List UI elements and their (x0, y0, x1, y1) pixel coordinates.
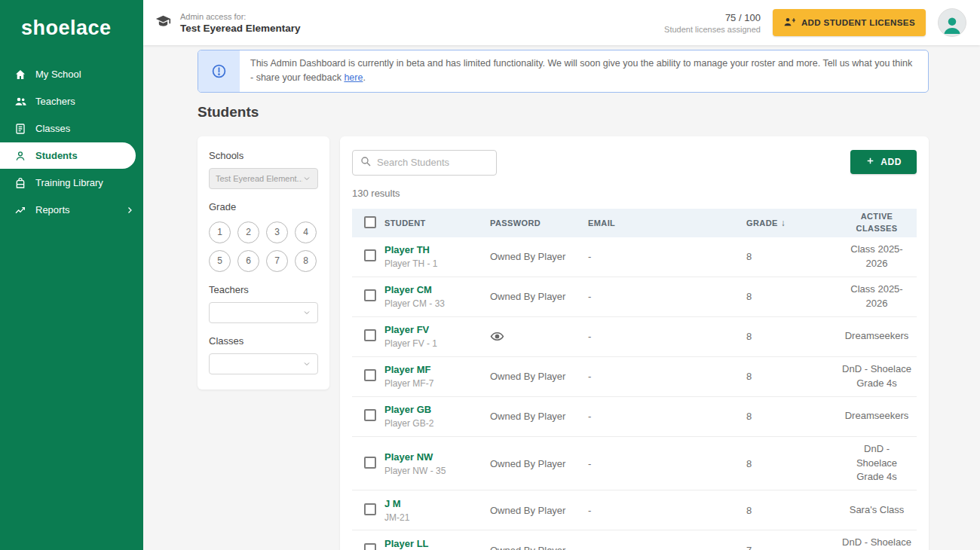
eye-icon[interactable] (490, 329, 588, 344)
sidebar-item-students[interactable]: Students (0, 142, 136, 169)
email-cell: - (588, 371, 746, 382)
reports-icon (14, 204, 27, 216)
grade-cell: 8 (746, 505, 837, 516)
grade-filter-label: Grade (209, 201, 318, 212)
student-name-link[interactable]: Player MF (384, 364, 430, 375)
email-cell: - (588, 458, 746, 469)
classes-cell: Dreamseekers (837, 409, 917, 423)
sidebar-item-reports[interactable]: Reports (0, 197, 143, 223)
col-header-active-classes[interactable]: ACTIVE CLASSES (837, 211, 917, 235)
students-results-panel: ADD 130 results STUDENT PASSWORD EMAIL G… (340, 136, 929, 550)
col-header-student[interactable]: STUDENT (384, 218, 490, 228)
person-plus-icon (783, 16, 795, 29)
email-cell: - (588, 505, 746, 516)
row-checkbox[interactable] (364, 329, 376, 341)
beta-banner-text: This Admin Dashboard is currently in bet… (240, 50, 928, 92)
email-cell: - (588, 545, 746, 550)
password-cell: Owned By Player (490, 251, 588, 262)
classes-select[interactable] (209, 353, 318, 374)
training-library-icon (14, 177, 27, 189)
licenses-status: 75 / 100 Student licenses assigned (664, 12, 761, 34)
feedback-link[interactable]: here (344, 72, 363, 83)
student-username: Player TH - 1 (384, 258, 490, 269)
password-cell: Owned By Player (490, 545, 588, 550)
sidebar-item-classes[interactable]: Classes (0, 115, 143, 142)
classes-cell: Class 2025-2026 (837, 283, 917, 311)
avatar-person-icon (941, 14, 963, 36)
classes-cell: Class 2025-2026 (837, 243, 917, 271)
teachers-select[interactable] (209, 302, 318, 323)
grade-cell: 8 (746, 291, 837, 302)
grade-button-8[interactable]: 8 (295, 250, 317, 272)
user-avatar[interactable] (938, 8, 966, 37)
student-name-link[interactable]: Player NW (384, 451, 433, 463)
grade-buttons: 1 2 3 4 5 6 7 8 (209, 222, 318, 272)
row-checkbox[interactable] (364, 457, 376, 469)
student-name-link[interactable]: Player LL (384, 538, 429, 549)
chevron-down-icon (302, 308, 311, 317)
grade-button-7[interactable]: 7 (266, 250, 288, 272)
student-username: Player GB-2 (384, 418, 490, 429)
grade-button-1[interactable]: 1 (209, 222, 231, 243)
sidebar-item-label: Classes (35, 123, 70, 134)
schools-select[interactable]: Test Eyeread Element... (209, 168, 318, 189)
table-row: Player TH Player TH - 1 Owned By Player … (352, 237, 917, 277)
banner-suffix: . (363, 72, 365, 83)
student-name-link[interactable]: Player FV (384, 324, 429, 335)
schools-filter-label: Schools (209, 150, 318, 161)
add-button-label: ADD (880, 157, 902, 167)
row-checkbox[interactable] (364, 409, 376, 421)
school-name: Test Eyeread Elementary (180, 23, 301, 34)
home-icon (14, 69, 27, 81)
grade-button-5[interactable]: 5 (209, 250, 231, 272)
sort-descending-icon: ↓ (781, 218, 786, 228)
classes-cell: Dreamseekers (837, 329, 917, 344)
main-content: This Admin Dashboard is currently in bet… (143, 45, 980, 550)
row-checkbox[interactable] (364, 249, 376, 261)
add-student-licenses-label: ADD STUDENT LICENSES (801, 18, 915, 27)
row-checkbox[interactable] (364, 369, 376, 381)
col-header-email[interactable]: EMAIL (588, 218, 746, 228)
grade-button-3[interactable]: 3 (266, 222, 288, 243)
results-count: 130 results (352, 188, 917, 199)
sidebar-item-teachers[interactable]: Teachers (0, 88, 143, 115)
student-name-link[interactable]: Player CM (384, 284, 432, 295)
sidebar-item-label: Reports (35, 204, 70, 215)
add-student-licenses-button[interactable]: ADD STUDENT LICENSES (773, 9, 926, 36)
student-name-link[interactable]: Player GB (384, 404, 431, 415)
student-name-link[interactable]: Player TH (384, 244, 430, 255)
sidebar-item-my-school[interactable]: My School (0, 61, 143, 87)
licenses-label: Student licenses assigned (664, 25, 761, 34)
grade-cell: 8 (746, 251, 837, 262)
table-row: Player GB Player GB-2 Owned By Player - … (352, 397, 917, 437)
table-row: J M JM-21 Owned By Player - 8 Sara's Cla… (352, 490, 917, 530)
licenses-count: 75 / 100 (664, 12, 761, 23)
sidebar-nav: My School Teachers Classes Students Trai (0, 61, 143, 223)
grade-button-4[interactable]: 4 (295, 222, 317, 243)
col-header-password[interactable]: PASSWORD (490, 218, 588, 228)
graduation-cap-icon (155, 14, 171, 32)
classes-cell: DnD - Shoelace Grade 4s (837, 362, 917, 391)
student-name-link[interactable]: J M (384, 498, 401, 509)
col-header-grade[interactable]: GRADE↓ (746, 218, 837, 228)
add-student-button[interactable]: ADD (850, 150, 917, 174)
row-checkbox[interactable] (364, 503, 376, 515)
grade-button-2[interactable]: 2 (237, 222, 259, 243)
grade-cell: 7 (746, 545, 837, 550)
search-input[interactable] (377, 157, 489, 168)
chevron-down-icon (302, 174, 311, 183)
classes-icon (14, 123, 27, 135)
row-checkbox[interactable] (364, 543, 376, 550)
grade-cell: 8 (746, 331, 837, 342)
password-cell: Owned By Player (490, 505, 588, 516)
table-row: Player FV Player FV - 1 - 8 Dreamseekers (352, 317, 917, 357)
select-all-checkbox[interactable] (364, 216, 376, 228)
row-checkbox[interactable] (364, 289, 376, 301)
email-cell: - (588, 291, 746, 302)
search-icon (360, 155, 372, 170)
student-username: Player MF-7 (384, 378, 490, 389)
info-icon (198, 50, 240, 92)
admin-school-context: Admin access for: Test Eyeread Elementar… (155, 12, 301, 34)
sidebar-item-training-library[interactable]: Training Library (0, 170, 143, 196)
grade-button-6[interactable]: 6 (237, 250, 259, 272)
